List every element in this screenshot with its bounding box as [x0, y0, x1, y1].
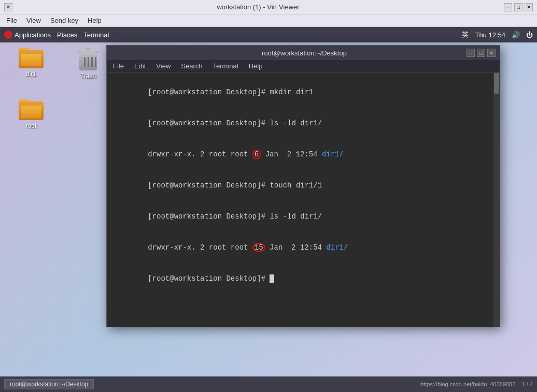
taskbar-url: https://blog.csdn.net/baidu_40389082: [420, 381, 515, 387]
top-panel: Applications Places Terminal 英 Thu 12:54…: [0, 27, 537, 42]
trash-body: [79, 52, 97, 70]
terminal-menu-terminal[interactable]: Terminal: [209, 61, 243, 71]
menu-bar: File View Send key Help: [0, 14, 537, 27]
trash-graphic: [78, 48, 98, 70]
folder-inner: [21, 54, 41, 66]
terminal-line-2: [root@workstation Desktop]# ls -ld dir1/: [113, 108, 493, 139]
title-bar-left-controls[interactable]: ✕: [4, 3, 12, 11]
cmd-2: ls -ld dir1/: [270, 119, 322, 127]
close-button-right[interactable]: ✕: [525, 3, 533, 11]
ls-output-1-dir: dir1/: [322, 150, 344, 158]
taskbar-page: 1 / 4: [522, 381, 533, 387]
close-button[interactable]: ✕: [4, 3, 12, 11]
terminal-line-3: drwxr-xr-x. 2 root root 6 Jan 2 12:54 di…: [113, 139, 493, 170]
terminal-cursor: [270, 274, 274, 283]
trash-line-1: [84, 57, 86, 67]
root-icon[interactable]: root: [10, 99, 52, 129]
terminal-maximize-button[interactable]: □: [477, 49, 485, 57]
applications-label: Applications: [15, 31, 51, 39]
root-folder-graphic: [19, 99, 44, 120]
ls-output-1-pre: drwxr-xr-x. 2 root root: [148, 150, 252, 158]
root-folder-body: [19, 101, 44, 120]
terminal-menu-edit[interactable]: Edit: [130, 61, 150, 71]
folder-body: [19, 50, 44, 68]
menu-view[interactable]: View: [22, 16, 45, 25]
folder-graphic: [19, 48, 44, 68]
trash-line-2: [88, 57, 89, 67]
taskbar-window-item[interactable]: root@workstation:~/Desktop: [4, 379, 94, 389]
applications-icon: [4, 31, 12, 39]
cmd-1: mkdir dir1: [270, 88, 313, 96]
taskbar: root@workstation:~/Desktop https://blog.…: [0, 376, 537, 392]
terminal-menu: File Edit View Search Terminal Help: [107, 60, 500, 72]
menu-help[interactable]: Help: [83, 16, 106, 25]
clock: Thu 12:54: [475, 31, 505, 39]
minimize-button[interactable]: ─: [504, 3, 512, 11]
dir1-icon[interactable]: dir1: [10, 48, 52, 78]
dir1-label: dir1: [26, 70, 36, 78]
trash-lines: [84, 57, 96, 67]
terminal-line-7: [root@workstation Desktop]#: [113, 263, 493, 294]
terminal-button[interactable]: Terminal: [83, 31, 109, 39]
terminal-line-1: [root@workstation Desktop]# mkdir dir1: [113, 77, 493, 108]
trash-line-4: [95, 57, 96, 67]
title-bar: ✕ workstation (1) - Virt Viewer ─ □ ✕: [0, 0, 537, 14]
volume-icon[interactable]: 🔊: [512, 31, 520, 39]
prompt-1: [root@workstation Desktop]#: [148, 88, 270, 96]
trash-icon[interactable]: Trash: [67, 48, 109, 80]
title-bar-right-controls[interactable]: ─ □ ✕: [504, 3, 533, 11]
terminal-window: root@workstation:~/Desktop ─ □ ✕ File Ed…: [106, 45, 500, 327]
taskbar-left: root@workstation:~/Desktop: [4, 379, 94, 389]
ls-output-2-dir: dir1/: [326, 243, 348, 252]
terminal-line-5: [root@workstation Desktop]# ls -ld dir1/: [113, 201, 493, 232]
applications-button[interactable]: Applications: [4, 31, 51, 39]
terminal-title-bar: root@workstation:~/Desktop ─ □ ✕: [107, 46, 500, 60]
window-title: workstation (1) - Virt Viewer: [12, 3, 504, 11]
terminal-scrollbar-thumb[interactable]: [494, 73, 499, 94]
terminal-window-title: root@workstation:~/Desktop: [142, 49, 467, 57]
prompt-5: [root@workstation Desktop]#: [148, 212, 270, 221]
maximize-button[interactable]: □: [514, 3, 522, 11]
terminal-menu-search[interactable]: Search: [177, 61, 206, 71]
terminal-scrollbar[interactable]: [493, 72, 500, 327]
highlighted-size-15: 15: [252, 243, 265, 252]
terminal-close-button[interactable]: ✕: [487, 49, 496, 57]
places-button[interactable]: Places: [57, 31, 77, 39]
power-icon[interactable]: ⏻: [526, 31, 533, 39]
top-panel-right: 英 Thu 12:54 🔊 ⏻: [462, 30, 533, 39]
terminal-line-4: [root@workstation Desktop]# touch dir1/1: [113, 170, 493, 201]
root-label: root: [26, 122, 37, 129]
trash-line-3: [91, 57, 93, 67]
terminal-menu-file[interactable]: File: [109, 61, 128, 71]
prompt-7: [root@workstation Desktop]#: [148, 274, 270, 283]
terminal-menu-help[interactable]: Help: [245, 61, 267, 71]
highlighted-size-6: 6: [252, 150, 261, 159]
ls-output-2-pre: drwxr-xr-x. 2 root root: [148, 243, 252, 252]
ls-output-2-mid: Jan 2 12:54: [265, 243, 327, 252]
ls-output-1-mid: Jan 2 12:54: [261, 150, 322, 158]
desktop: dir1 Trash root 西部开源: [0, 42, 537, 376]
terminal-line-6: drwxr-xr-x. 2 root root 15 Jan 2 12:54 d…: [113, 232, 493, 263]
terminal-body[interactable]: [root@workstation Desktop]# mkdir dir1 […: [107, 72, 500, 327]
language-indicator: 英: [462, 30, 469, 39]
terminal-minimize-button[interactable]: ─: [467, 49, 475, 57]
menu-file[interactable]: File: [2, 16, 21, 25]
top-panel-left: Applications Places Terminal: [4, 31, 109, 39]
terminal-window-controls[interactable]: ─ □ ✕: [467, 49, 496, 57]
cmd-4: touch dir1/1: [270, 181, 322, 190]
menu-sendkey[interactable]: Send key: [46, 16, 82, 25]
prompt-2: [root@workstation Desktop]#: [148, 119, 270, 127]
terminal-menu-view[interactable]: View: [152, 61, 175, 71]
cmd-5: ls -ld dir1/: [270, 212, 322, 221]
root-folder-inner: [21, 106, 41, 118]
taskbar-right: https://blog.csdn.net/baidu_40389082 1 /…: [420, 381, 533, 387]
prompt-4: [root@workstation Desktop]#: [148, 181, 270, 190]
trash-label: Trash: [80, 72, 96, 80]
